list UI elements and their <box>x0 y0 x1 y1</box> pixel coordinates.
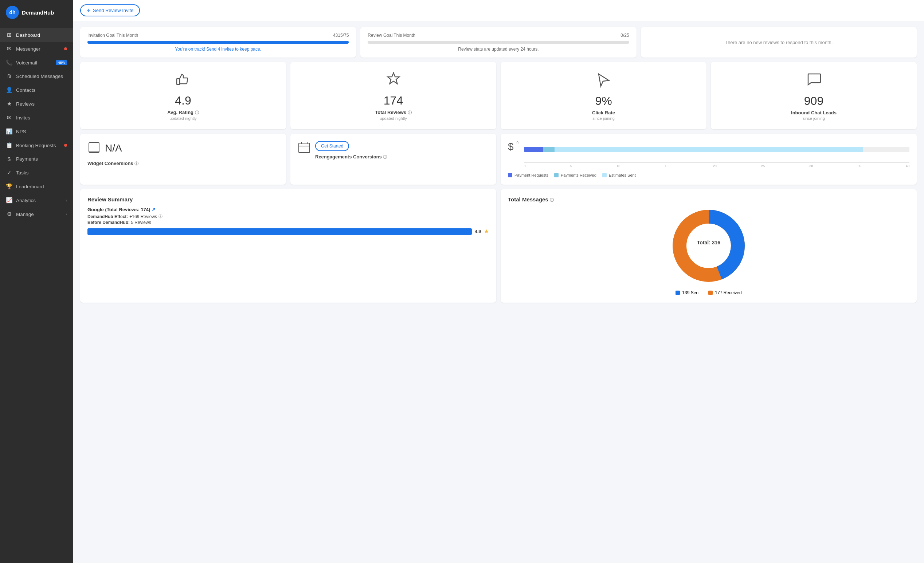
review-goal-header: Review Goal This Month 0/25 <box>368 33 629 38</box>
analytics-chevron-icon: ‹ <box>66 198 67 202</box>
sidebar-item-reviews[interactable]: ★Reviews <box>0 97 73 111</box>
demandhub-effect-line: DemandHub Effect: +169 Reviews ⓘ <box>87 214 489 219</box>
manage-icon: ⚙ <box>6 211 12 217</box>
stats-row: 4.9 Avg. Rating ⓘ updated nightly 174 To… <box>80 62 917 129</box>
invitation-goal-card: Invitation Goal This Month 4315/75 You'r… <box>80 27 356 58</box>
click-rate-card: 9% Click Rate since joining <box>501 62 706 129</box>
review-goal-label: Review Goal This Month <box>368 33 416 38</box>
sidebar-item-booking-requests[interactable]: 📋Booking Requests <box>0 138 73 152</box>
total-messages-info-icon: ⓘ <box>550 198 554 202</box>
reengagement-info-icon: ⓘ <box>383 155 387 159</box>
estimates-sent-label: Estimates Sent <box>609 173 636 177</box>
external-link-icon[interactable]: ↗ <box>152 207 156 212</box>
sidebar-logo: dh DemandHub <box>0 0 73 25</box>
avg-rating-value: 4.9 <box>175 94 191 108</box>
invitation-progress-bg <box>87 41 349 44</box>
booking-requests-icon: 📋 <box>6 142 12 148</box>
total-messages-title: Total Messages ⓘ <box>508 196 909 203</box>
main-content: ✈ Send Review Invite Invitation Goal Thi… <box>73 0 924 563</box>
topbar: ✈ Send Review Invite <box>73 0 924 21</box>
sidebar-item-analytics[interactable]: 📈Analytics‹ <box>0 193 73 207</box>
donut-legend: 139 Sent 177 Received <box>675 290 741 295</box>
logo-text: DemandHub <box>22 9 54 16</box>
legend-payment-requests: Payment Requests <box>508 173 548 177</box>
review-summary-card: Review Summary Google (Total Reviews: 17… <box>80 189 496 302</box>
widget-top: N/A <box>87 141 279 156</box>
before-value: 5 Reviews <box>131 220 151 225</box>
inbound-chat-label: Inbound Chat Leads <box>791 110 837 115</box>
reviews-label: Reviews <box>16 101 34 107</box>
payment-requests-dot <box>508 173 512 177</box>
click-rate-sub: since joining <box>592 116 615 121</box>
scheduled-messages-label: Scheduled Messages <box>16 73 63 79</box>
review-goal-note: Review stats are updated every 24 hours. <box>368 46 629 52</box>
sidebar-item-leaderboard[interactable]: 🏆Leaderboard <box>0 180 73 193</box>
rating-star-icon: ★ <box>484 228 489 235</box>
send-icon: ✈ <box>87 7 91 13</box>
before-label: Before DemandHub: <box>87 220 130 225</box>
messenger-badge <box>64 47 67 50</box>
voicemail-icon: 📞 <box>6 59 12 66</box>
invitation-progress-fill <box>87 41 349 44</box>
thumbs-up-icon <box>174 70 192 90</box>
svg-rect-4 <box>299 143 310 153</box>
sidebar-item-dashboard[interactable]: ⊞Dashboard <box>0 28 73 42</box>
sidebar-item-tasks[interactable]: ✓Tasks <box>0 166 73 180</box>
sidebar-item-messenger[interactable]: ✉Messenger <box>0 42 73 56</box>
effect-info-icon: ⓘ <box>159 214 162 219</box>
svg-marker-1 <box>388 73 399 84</box>
widget-label: Widget Conversions ⓘ <box>87 160 279 166</box>
total-messages-card: Total Messages ⓘ Total: 316 139 177 <box>501 189 917 302</box>
payments-received-label: Payments Received <box>561 173 597 177</box>
payments-icon: $ <box>6 156 12 162</box>
widget-conversions-card: N/A Widget Conversions ⓘ <box>80 134 286 185</box>
svg-text:177: 177 <box>722 244 730 250</box>
demandhub-effect-value: +169 Reviews <box>129 214 157 219</box>
contacts-label: Contacts <box>16 87 35 93</box>
sidebar-item-contacts[interactable]: 👤Contacts <box>0 83 73 97</box>
bottom-row: Review Summary Google (Total Reviews: 17… <box>80 189 917 302</box>
avg-rating-card: 4.9 Avg. Rating ⓘ updated nightly <box>80 62 286 129</box>
click-rate-value: 9% <box>595 94 612 108</box>
sidebar-item-scheduled-messages[interactable]: 🗓Scheduled Messages <box>0 70 73 83</box>
total-reviews-info-icon: ⓘ <box>408 110 412 115</box>
rating-bar-fill <box>87 228 472 235</box>
rating-score: 4.9 <box>475 229 481 234</box>
analytics-label: Analytics <box>16 198 36 203</box>
legend-received: 177 Received <box>708 290 741 295</box>
svg-text:139: 139 <box>693 244 701 250</box>
goal-cards-row: Invitation Goal This Month 4315/75 You'r… <box>80 27 917 58</box>
sidebar-item-invites[interactable]: ✉Invites <box>0 111 73 124</box>
click-rate-label: Click Rate <box>592 110 615 115</box>
get-started-button[interactable]: Get Started <box>315 141 349 151</box>
payments-chart-card: $ 0 <box>501 134 917 185</box>
received-legend-dot <box>708 290 712 295</box>
received-legend-label: 177 Received <box>715 290 741 295</box>
no-reviews-text: There are no new reviews to respond to t… <box>725 40 832 45</box>
rating-bar-container: 4.9 ★ <box>87 228 489 235</box>
payments-received-dot <box>554 173 558 177</box>
contacts-icon: 👤 <box>6 87 12 93</box>
invitation-goal-value: 4315/75 <box>333 33 349 38</box>
send-review-button[interactable]: ✈ Send Review Invite <box>80 4 140 16</box>
sent-legend-label: 139 Sent <box>682 290 699 295</box>
widget-row: N/A Widget Conversions ⓘ Get <box>80 134 917 185</box>
tasks-label: Tasks <box>16 170 29 175</box>
total-reviews-card: 174 Total Reviews ⓘ updated nightly <box>290 62 496 129</box>
send-review-label: Send Review Invite <box>93 7 134 13</box>
manage-chevron-icon: ‹ <box>66 212 67 216</box>
legend-estimates-sent: Estimates Sent <box>602 173 636 177</box>
nps-icon: 📊 <box>6 128 12 135</box>
sidebar-item-voicemail[interactable]: 📞VoicemailNEW <box>0 56 73 70</box>
logo-icon: dh <box>6 6 19 19</box>
messenger-icon: ✉ <box>6 45 12 52</box>
svg-rect-0 <box>177 79 180 84</box>
sidebar-item-manage[interactable]: ⚙Manage‹ <box>0 207 73 221</box>
tasks-icon: ✓ <box>6 169 12 176</box>
star-icon <box>385 70 402 90</box>
sidebar-item-payments[interactable]: $Payments <box>0 152 73 166</box>
reviews-icon: ★ <box>6 100 12 107</box>
demandhub-effect-label: DemandHub Effect: <box>87 214 128 219</box>
booking-requests-label: Booking Requests <box>16 143 56 148</box>
sidebar-item-nps[interactable]: 📊NPS <box>0 124 73 138</box>
